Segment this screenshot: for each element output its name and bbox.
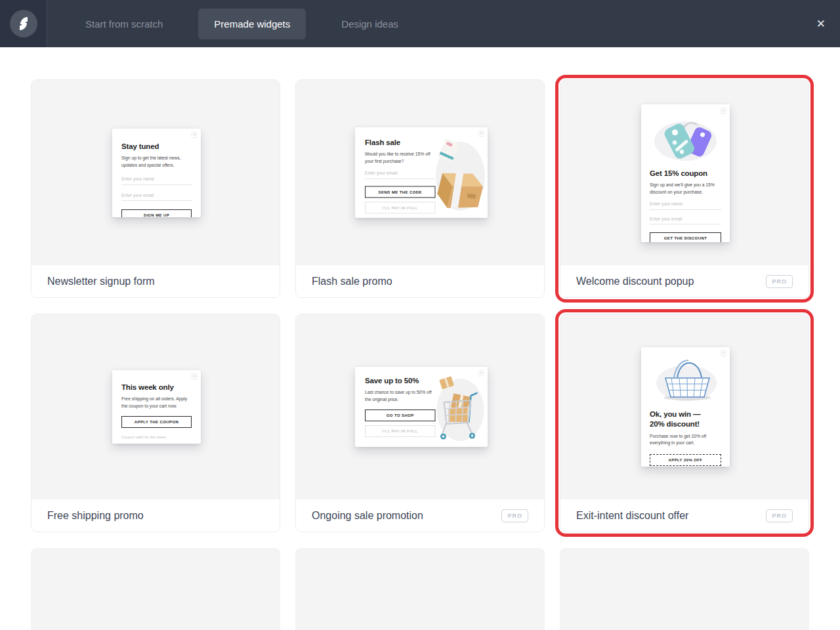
mode-tabs: Start from scratch Premade widgets Desig… — [70, 9, 414, 39]
popup-title: This week only — [121, 383, 192, 392]
card-exit-intent-discount-offer[interactable]: ✕ Ok, you win — 20% discount! Purchase n… — [560, 314, 809, 532]
tab-premade-widgets[interactable]: Premade widgets — [198, 9, 306, 39]
card-title: Exit-intent discount offer — [576, 510, 688, 522]
close-icon[interactable]: ✕ — [816, 18, 826, 30]
popup-title: Flash sale — [365, 138, 436, 147]
logo-cell[interactable] — [0, 0, 47, 47]
card-label-bar: Welcome discount popup PRO — [560, 265, 808, 297]
card-title: Flash sale promo — [312, 276, 392, 287]
card-placeholder[interactable] — [295, 548, 545, 630]
card-preview: ✕ Get — [560, 80, 808, 265]
price-tags-illustration — [650, 114, 721, 163]
card-label-bar: Ongoing sale promotion PRO — [296, 499, 544, 532]
card-label-bar: Exit-intent discount offer PRO — [560, 499, 808, 532]
popup-title: Ok, you win — 20% discount! — [650, 410, 721, 429]
card-label-bar: Free shipping promo — [32, 499, 280, 532]
popup-primary-button: GET THE DISCOUNT — [650, 232, 721, 242]
card-welcome-discount-popup[interactable]: ✕ Get — [560, 79, 809, 298]
popup-body: Free shipping on all orders. Apply the c… — [121, 396, 192, 410]
popup-body: Purchase now to get 20% off everything i… — [650, 432, 721, 446]
card-placeholder[interactable] — [560, 548, 809, 630]
popup-name-input: Enter your name — [650, 201, 721, 210]
popup-primary-button: APPLY 20% OFF — [650, 454, 721, 466]
card-title: Free shipping promo — [47, 510, 144, 522]
card-preview: ✕ Ok, you win — 20% discount! Purchase n… — [560, 314, 808, 499]
popup-body: Sign up to get the latest news, updates … — [121, 155, 192, 169]
card-title: Newsletter signup form — [47, 276, 155, 287]
popup-footnote: Coupon valid for this week. — [121, 435, 192, 439]
popup-body: Last chance to save up to 50% off the or… — [365, 389, 436, 403]
card-newsletter-signup-form[interactable]: ✕ Stay tuned Sign up to get the latest n… — [31, 79, 280, 298]
popup-primary-button: GO TO SHOP — [365, 410, 436, 421]
popup-email-input: Enter your email — [121, 192, 192, 201]
card-flash-sale-promo[interactable]: ✕ Flash sale Would you like to receive 1… — [295, 79, 545, 298]
popup-name-input: Enter your name — [121, 177, 192, 185]
popup-secondary-button: I'LL PAY IN FULL — [365, 425, 436, 437]
pro-badge: PRO — [766, 275, 793, 288]
popup-close-icon: ✕ — [192, 374, 198, 380]
pro-badge: PRO — [501, 509, 528, 522]
popup-close-icon: ✕ — [721, 108, 726, 114]
card-placeholder[interactable] — [31, 548, 280, 630]
popup-primary-button: APPLY THE COUPON — [121, 416, 192, 428]
tab-design-ideas[interactable]: Design ideas — [326, 9, 414, 39]
card-preview: ✕ Flash sale Would you like to receive 1… — [296, 80, 544, 265]
popup-close-icon: ✕ — [721, 351, 726, 357]
card-preview: ✕ This week only Free shipping on all or… — [32, 314, 280, 499]
shopping-cart-illustration — [432, 372, 486, 443]
popup-title: Save up to 50% — [365, 376, 436, 385]
popup-primary-button: SIGN ME UP — [121, 209, 192, 217]
card-label-bar: Newsletter signup form — [32, 265, 280, 297]
pro-badge: PRO — [766, 509, 793, 522]
popup-close-icon: ✕ — [192, 133, 198, 138]
card-title: Ongoing sale promotion — [312, 510, 423, 522]
shipping-boxes-illustration — [432, 132, 485, 214]
card-title: Welcome discount popup — [576, 276, 694, 287]
getsitecontrol-logo-icon — [10, 10, 37, 37]
top-bar: Start from scratch Premade widgets Desig… — [0, 0, 840, 47]
popup-body: Sign up and we'll give you a 15% discoun… — [650, 182, 721, 196]
shopping-basket-illustration — [650, 358, 721, 404]
card-label-bar: Flash sale promo — [296, 265, 544, 297]
popup-secondary-button: I'LL PAY IN FULL — [365, 201, 436, 213]
popup-title: Stay tuned — [121, 142, 192, 151]
card-preview: ✕ Save up to 50% Last chance to save up … — [296, 314, 544, 499]
popup-body: Would you like to receive 15% off your f… — [365, 151, 436, 165]
tab-start-from-scratch[interactable]: Start from scratch — [70, 9, 178, 39]
card-preview: ✕ Stay tuned Sign up to get the latest n… — [32, 80, 280, 265]
popup-primary-button: SEND ME THE CODE — [365, 186, 436, 198]
card-free-shipping-promo[interactable]: ✕ This week only Free shipping on all or… — [31, 314, 280, 532]
widget-grid: ✕ Stay tuned Sign up to get the latest n… — [31, 79, 809, 630]
popup-title: Get 15% coupon — [650, 169, 721, 178]
popup-email-input: Enter your email — [365, 171, 436, 179]
card-ongoing-sale-promotion[interactable]: ✕ Save up to 50% Last chance to save up … — [295, 314, 545, 532]
popup-email-input: Enter your email — [650, 216, 721, 224]
